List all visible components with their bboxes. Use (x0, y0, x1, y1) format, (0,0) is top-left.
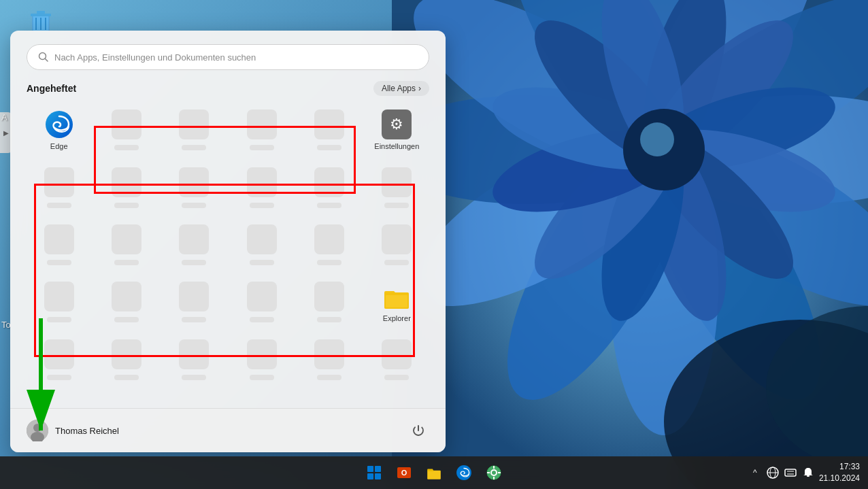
placeholder-icon-11 (44, 224, 74, 254)
placeholder-icon-15 (314, 224, 344, 254)
user-info[interactable]: Thomas Reichel (27, 420, 119, 441)
globe-network-icon (767, 467, 779, 479)
placeholder-icon-8 (247, 167, 277, 197)
power-button[interactable] (407, 420, 429, 441)
placeholder-label-13 (182, 260, 206, 265)
network-icon[interactable] (766, 466, 780, 479)
placeholder-icon-6 (112, 167, 141, 197)
svg-point-42 (33, 424, 41, 432)
placeholder-icon-2 (179, 109, 209, 139)
placeholder-label-3 (250, 145, 274, 150)
user-avatar (27, 420, 48, 441)
recycle-bin-icon (27, 7, 54, 34)
placeholder-label-27 (384, 375, 409, 380)
placeholder-icon-18 (112, 282, 141, 311)
placeholder-label-10 (384, 203, 409, 208)
search-bar-container[interactable]: Nach Apps, Einstellungen und Dokumenten … (27, 44, 429, 70)
app-item-placeholder-17[interactable] (27, 276, 91, 328)
placeholder-icon-24 (179, 339, 209, 369)
placeholder-label-17 (47, 317, 71, 322)
taskbar-explorer-button[interactable] (420, 459, 448, 486)
app-item-placeholder-5[interactable] (27, 162, 91, 214)
start-menu: Nach Apps, Einstellungen und Dokumenten … (10, 31, 446, 452)
placeholder-icon-20 (247, 282, 277, 311)
power-icon (412, 424, 425, 437)
app-item-placeholder-8[interactable] (229, 162, 294, 214)
app-item-placeholder-3[interactable] (229, 104, 294, 156)
app-item-placeholder-24[interactable] (162, 334, 227, 386)
explorer-app-label: Explorer (383, 314, 411, 323)
settings-app-icon: ⚙ (382, 109, 412, 139)
app-item-placeholder-13[interactable] (162, 219, 227, 271)
app-item-placeholder-11[interactable] (27, 219, 91, 271)
system-tray-expand[interactable]: ^ (748, 466, 762, 479)
app-item-placeholder-26[interactable] (297, 334, 361, 386)
taskbar-winget-button[interactable] (480, 459, 507, 486)
recycle-bin-desktop-icon[interactable] (27, 7, 54, 34)
svg-rect-54 (427, 471, 441, 479)
app-item-placeholder-7[interactable] (162, 162, 227, 214)
app-item-placeholder-12[interactable] (94, 219, 158, 271)
alle-apps-button[interactable]: Alle Apps › (373, 81, 429, 96)
placeholder-label-8 (250, 203, 274, 208)
app-item-placeholder-2[interactable] (162, 104, 227, 156)
desktop-label-a: A (1, 112, 7, 122)
app-item-placeholder-9[interactable] (297, 162, 361, 214)
placeholder-label-9 (317, 203, 341, 208)
app-item-placeholder-4[interactable] (297, 104, 361, 156)
placeholder-icon-22 (44, 339, 74, 369)
placeholder-icon-7 (179, 167, 209, 197)
app-item-placeholder-10[interactable] (365, 162, 429, 214)
svg-rect-31 (37, 11, 45, 14)
app-item-placeholder-20[interactable] (229, 276, 294, 328)
taskbar-clock[interactable]: 17:33 21.10.2024 (819, 461, 860, 484)
app-item-settings[interactable]: ⚙ Einstellungen (365, 104, 429, 156)
search-placeholder-text: Nach Apps, Einstellungen und Dokumenten … (54, 52, 256, 63)
app-item-placeholder-15[interactable] (297, 219, 361, 271)
app-item-placeholder-21[interactable] (297, 276, 361, 328)
app-item-edge[interactable]: Edge (27, 104, 91, 156)
app-item-placeholder-18[interactable] (94, 276, 158, 328)
desktop-label-to: To (1, 320, 11, 330)
app-item-placeholder-6[interactable] (94, 162, 158, 214)
notification-bell-icon[interactable] (801, 466, 815, 479)
app-item-placeholder-16[interactable] (365, 219, 429, 271)
windows-logo-icon (366, 465, 382, 481)
app-item-placeholder-27[interactable] (365, 334, 429, 386)
app-item-placeholder-22[interactable] (27, 334, 91, 386)
svg-rect-50 (367, 473, 373, 479)
search-bar-area: Nach Apps, Einstellungen und Dokumenten … (10, 31, 446, 81)
placeholder-label-22 (47, 375, 71, 380)
taskbar: O (0, 456, 868, 489)
placeholder-icon-16 (382, 224, 412, 254)
taskbar-edge-button[interactable] (450, 459, 478, 486)
app-item-placeholder-23[interactable] (94, 334, 158, 386)
app-item-placeholder-25[interactable] (229, 334, 294, 386)
placeholder-icon-21 (314, 282, 344, 311)
taskbar-date-value: 21.10.2024 (819, 473, 860, 484)
placeholder-label-4 (317, 145, 341, 150)
svg-rect-51 (375, 473, 381, 479)
svg-text:O: O (401, 469, 407, 477)
pinned-section: Angeheftet Alle Apps › (10, 81, 446, 408)
placeholder-label-23 (114, 375, 139, 380)
placeholder-icon-4 (314, 109, 344, 139)
taskbar-edge-icon (456, 465, 472, 481)
svg-point-26 (640, 122, 674, 156)
start-button[interactable] (361, 459, 388, 486)
app-item-placeholder-19[interactable] (162, 276, 227, 328)
taskbar-office-button[interactable]: O (390, 459, 418, 486)
office-icon: O (396, 465, 412, 481)
app-item-placeholder-1[interactable] (94, 104, 158, 156)
bell-icon (802, 467, 814, 479)
app-item-explorer[interactable]: Explorer (365, 276, 429, 328)
language-icon[interactable] (784, 466, 797, 479)
svg-rect-65 (785, 469, 796, 476)
taskbar-center: O (361, 459, 507, 486)
edge-app-label: Edge (50, 142, 68, 151)
app-item-placeholder-14[interactable] (229, 219, 294, 271)
taskbar-right: ^ (748, 461, 860, 484)
placeholder-label-14 (250, 260, 274, 265)
svg-line-36 (46, 59, 48, 62)
placeholder-label-26 (317, 375, 341, 380)
